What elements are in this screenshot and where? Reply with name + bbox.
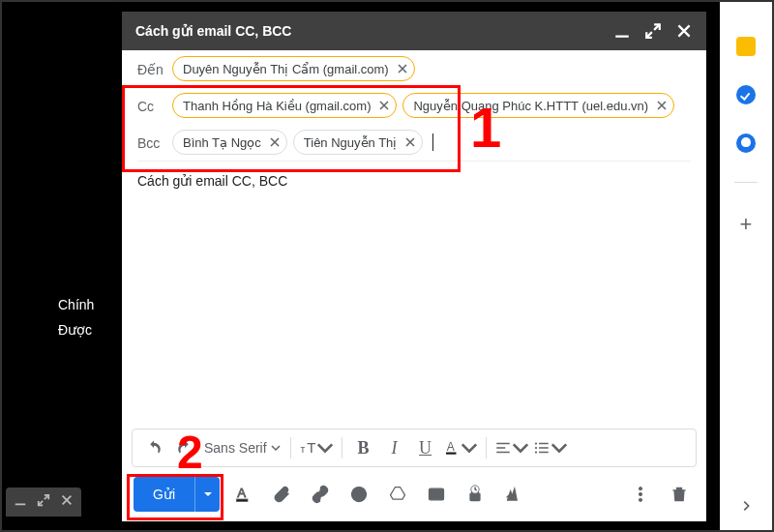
collapse-panel-icon[interactable] — [739, 499, 753, 517]
svg-point-13 — [361, 492, 363, 494]
background-mail-categories: Chính Được — [58, 292, 94, 342]
align-icon[interactable] — [494, 434, 529, 461]
undo-icon[interactable] — [140, 434, 167, 461]
svg-point-18 — [639, 488, 641, 490]
svg-rect-10 — [236, 499, 248, 502]
svg-point-20 — [639, 498, 641, 501]
svg-text:т: т — [300, 443, 305, 455]
compose-title: Cách gửi email CC, BCC — [135, 23, 291, 39]
close-icon[interactable] — [675, 22, 693, 40]
annotation-label-1: 1 — [470, 95, 501, 160]
svg-text:T: T — [307, 439, 315, 456]
annotation-label-2: 2 — [177, 426, 203, 479]
send-label[interactable]: Gửi — [134, 477, 194, 512]
svg-point-7 — [534, 447, 536, 449]
bcc-label: Bcc — [137, 130, 172, 151]
to-label: Đến — [137, 56, 172, 77]
svg-rect-5 — [446, 453, 457, 455]
emoji-icon[interactable] — [343, 479, 374, 510]
svg-point-8 — [534, 451, 536, 453]
send-button[interactable]: Gửi — [134, 477, 220, 512]
cc-label: Cc — [137, 93, 172, 114]
text-cursor — [432, 133, 433, 151]
minimized-window-bar[interactable] — [6, 488, 81, 517]
chip-label: Duyên Nguyễn Thị Cẩm (gmail.com) — [183, 62, 389, 76]
svg-text:A: A — [446, 440, 454, 454]
remove-chip-icon[interactable] — [376, 98, 392, 113]
chevron-down-icon — [512, 439, 529, 457]
bcc-row[interactable]: Bcc Bình Tạ Ngọc Tiên Nguyễn Thị — [137, 124, 691, 161]
recipient-chip[interactable]: Thanh Hồng Hà Kiều (gmail.com) — [172, 93, 397, 118]
minimize-icon[interactable] — [613, 22, 631, 40]
chevron-down-icon — [461, 439, 478, 457]
remove-chip-icon[interactable] — [402, 134, 418, 150]
chip-label: Nguyễn Quang Phúc K.HTTT (uel.edu.vn) — [413, 99, 648, 113]
remove-chip-icon[interactable] — [267, 134, 283, 150]
remove-chip-icon[interactable] — [395, 61, 410, 76]
image-icon[interactable] — [421, 479, 452, 510]
minimize-icon[interactable] — [14, 493, 27, 511]
more-options-icon[interactable] — [625, 479, 656, 510]
italic-icon[interactable]: I — [381, 434, 408, 461]
svg-point-19 — [639, 492, 641, 495]
compose-window: Cách gửi email CC, BCC Đến Duyên Nguyễn … — [122, 12, 706, 521]
chip-label: Bình Tạ Ngọc — [183, 135, 261, 150]
attach-icon[interactable] — [266, 479, 297, 510]
recipient-chip[interactable]: Tiên Nguyễn Thị — [293, 130, 424, 155]
svg-text:A: A — [237, 486, 246, 500]
divider — [734, 182, 758, 183]
chip-label: Thanh Hồng Hà Kiều (gmail.com) — [183, 99, 371, 113]
send-options-dropdown[interactable] — [194, 477, 220, 512]
recipient-chip[interactable]: Duyên Nguyễn Thị Cẩm (gmail.com) — [172, 56, 415, 81]
expand-icon[interactable] — [37, 493, 50, 511]
add-addon-icon[interactable]: + — [740, 212, 753, 237]
chevron-down-icon — [316, 439, 334, 457]
contacts-icon[interactable] — [736, 133, 756, 153]
font-name: Sans Serif — [204, 440, 267, 456]
compose-title-bar[interactable]: Cách gửi email CC, BCC — [122, 12, 706, 50]
svg-point-6 — [534, 442, 536, 444]
chip-label: Tiên Nguyễn Thị — [304, 135, 398, 150]
side-panel: + — [720, 2, 772, 530]
svg-point-11 — [352, 488, 367, 502]
cc-row[interactable]: Cc Thanh Hồng Hà Kiều (gmail.com) Nguyễn… — [137, 87, 691, 124]
formatting-toggle-icon[interactable]: A — [227, 479, 258, 510]
underline-icon[interactable]: U — [412, 434, 439, 461]
svg-point-12 — [356, 492, 358, 494]
bold-icon[interactable]: B — [350, 434, 377, 461]
remove-chip-icon[interactable] — [654, 98, 670, 113]
chevron-down-icon — [271, 443, 281, 453]
keep-icon[interactable] — [736, 37, 756, 56]
tasks-icon[interactable] — [736, 85, 756, 104]
signature-icon[interactable] — [498, 479, 529, 510]
compose-body[interactable] — [122, 200, 706, 429]
format-toolbar: Sans Serif тT B I U A — [132, 429, 697, 467]
chevron-down-icon — [551, 439, 568, 457]
subject-field[interactable]: Cách gửi email CC, BCC — [122, 162, 706, 200]
recipient-chip[interactable]: Bình Tạ Ngọc — [172, 130, 287, 155]
font-size-icon[interactable]: тT — [299, 434, 334, 461]
confidential-icon[interactable] — [460, 479, 491, 510]
drive-icon[interactable] — [382, 479, 413, 510]
svg-rect-16 — [470, 493, 480, 501]
fullscreen-icon[interactable] — [644, 22, 662, 40]
font-selector[interactable]: Sans Serif — [202, 440, 283, 456]
compose-actions-bar: Gửi A — [122, 467, 706, 521]
recipient-chip[interactable]: Nguyễn Quang Phúc K.HTTT (uel.edu.vn) — [402, 93, 674, 118]
to-row[interactable]: Đến Duyên Nguyễn Thị Cẩm (gmail.com) — [137, 50, 691, 87]
discard-icon[interactable] — [664, 479, 695, 510]
close-icon[interactable] — [60, 493, 74, 511]
text-color-icon[interactable]: A — [443, 434, 478, 461]
link-icon[interactable] — [305, 479, 336, 510]
list-icon[interactable] — [533, 434, 568, 461]
